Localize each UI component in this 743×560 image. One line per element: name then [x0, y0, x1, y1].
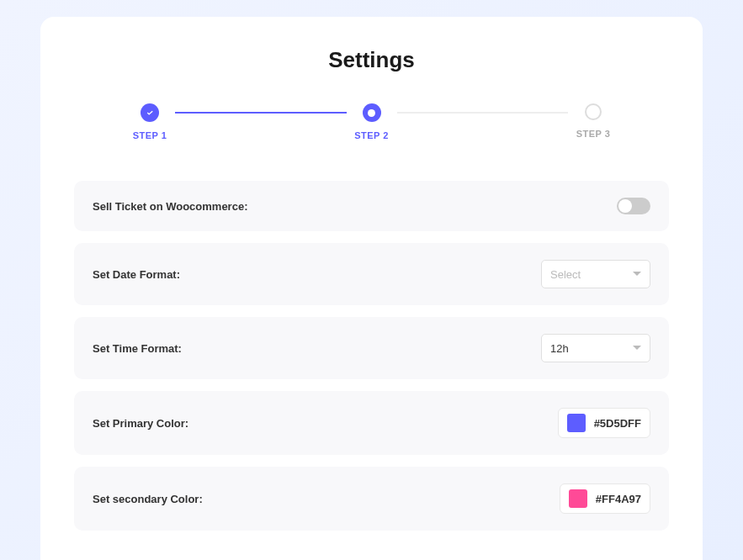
stepper-connector: [397, 112, 569, 114]
step-3-label: STEP 3: [576, 129, 611, 139]
setting-label: Set Date Format:: [93, 268, 180, 281]
primary-color-picker[interactable]: #5D5DFF: [558, 408, 650, 438]
page-title: Settings: [74, 47, 669, 73]
toggle-knob: [618, 199, 632, 213]
setting-date-format: Set Date Format: Select: [74, 243, 669, 305]
chevron-down-icon: [633, 344, 641, 352]
secondary-color-picker[interactable]: #FF4A97: [560, 483, 650, 514]
chevron-down-icon: [633, 270, 641, 278]
active-dot-icon: [363, 103, 381, 122]
setting-sell-ticket: Sell Ticket on Woocommerce:: [74, 181, 669, 231]
color-value: #FF4A97: [596, 493, 641, 505]
color-swatch: [569, 489, 587, 508]
select-placeholder: Select: [550, 268, 581, 281]
setting-label: Set secondary Color:: [93, 493, 203, 505]
setting-secondary-color: Set secondary Color: #FF4A97: [74, 467, 669, 531]
step-2[interactable]: STEP 2: [347, 103, 397, 140]
stepper-connector: [175, 112, 347, 114]
setting-time-format: Set Time Format: 12h: [74, 317, 669, 379]
settings-card: Settings STEP 1 STEP 2 STEP 3 Sell Ticke…: [40, 17, 703, 560]
sell-ticket-toggle[interactable]: [617, 198, 650, 214]
step-3[interactable]: STEP 3: [568, 103, 618, 139]
color-swatch: [567, 414, 586, 432]
setting-label: Sell Ticket on Woocommerce:: [93, 200, 247, 213]
wizard-stepper: STEP 1 STEP 2 STEP 3: [74, 103, 669, 140]
select-value: 12h: [550, 342, 569, 355]
date-format-select[interactable]: Select: [541, 260, 650, 288]
step-2-label: STEP 2: [354, 130, 389, 140]
setting-primary-color: Set Primary Color: #5D5DFF: [74, 391, 669, 455]
step-1[interactable]: STEP 1: [125, 103, 175, 140]
setting-label: Set Time Format:: [93, 342, 182, 355]
pending-circle-icon: [585, 103, 602, 120]
color-value: #5D5DFF: [594, 417, 641, 430]
step-1-label: STEP 1: [133, 130, 167, 140]
time-format-select[interactable]: 12h: [541, 334, 650, 362]
setting-label: Set Primary Color:: [93, 417, 188, 430]
check-icon: [141, 103, 159, 122]
